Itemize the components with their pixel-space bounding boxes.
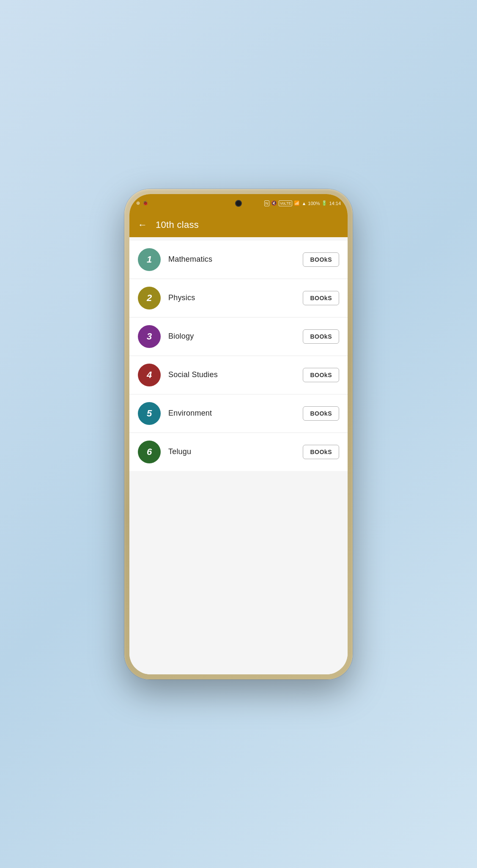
phone-screen: ⊕ 🐞 N 🔇 VoLTE 📶 ▲ 100% 🔋 14:14 <box>129 194 348 674</box>
badge-number-2: 2 <box>147 293 152 304</box>
subject-name-3: Biology <box>168 332 295 341</box>
back-button[interactable]: ← <box>138 220 147 230</box>
list-item[interactable]: 5 Environment BOOkS <box>129 394 348 433</box>
wifi-signal-icon: 📶 <box>294 200 300 206</box>
status-left-icons: ⊕ 🐞 <box>136 200 148 206</box>
badge-number-1: 1 <box>147 254 152 265</box>
camera-dot <box>235 200 242 207</box>
battery-icon: 🔋 <box>321 200 327 206</box>
status-bar: ⊕ 🐞 N 🔇 VoLTE 📶 ▲ 100% 🔋 14:14 <box>129 194 348 213</box>
subject-badge-1: 1 <box>138 248 161 271</box>
page-title: 10th class <box>156 219 199 230</box>
wifi-icon: ⊕ <box>136 200 140 206</box>
time-display: 14:14 <box>329 201 341 206</box>
badge-number-4: 4 <box>147 370 152 381</box>
subject-badge-6: 6 <box>138 441 161 463</box>
list-item[interactable]: 4 Social Studies BOOkS <box>129 356 348 394</box>
nfc-icon: N <box>264 200 270 206</box>
subject-name-1: Mathematics <box>168 255 295 264</box>
subject-badge-5: 5 <box>138 402 161 425</box>
books-button-5[interactable]: BOOkS <box>303 406 339 421</box>
badge-number-5: 5 <box>147 408 152 419</box>
subject-name-5: Environment <box>168 409 295 418</box>
subject-name-2: Physics <box>168 293 295 302</box>
phone-device: ⊕ 🐞 N 🔇 VoLTE 📶 ▲ 100% 🔋 14:14 <box>124 189 353 679</box>
subject-name-6: Telugu <box>168 447 295 456</box>
list-item[interactable]: 6 Telugu BOOkS <box>129 433 348 471</box>
bug-icon: 🐞 <box>143 200 148 206</box>
list-item[interactable]: 2 Physics BOOkS <box>129 279 348 318</box>
status-right-icons: N 🔇 VoLTE 📶 ▲ 100% 🔋 14:14 <box>264 200 341 206</box>
mute-icon: 🔇 <box>271 200 277 206</box>
books-button-4[interactable]: BOOkS <box>303 368 339 382</box>
books-button-1[interactable]: BOOkS <box>303 252 339 267</box>
subject-badge-4: 4 <box>138 364 161 386</box>
list-item[interactable]: 1 Mathematics BOOkS <box>129 241 348 279</box>
badge-number-3: 3 <box>147 331 152 342</box>
app-bar: ← 10th class <box>129 213 348 237</box>
subjects-content: 1 Mathematics BOOkS 2 Physics BOOkS <box>129 237 348 674</box>
subject-badge-2: 2 <box>138 287 161 309</box>
books-button-3[interactable]: BOOkS <box>303 329 339 344</box>
books-button-2[interactable]: BOOkS <box>303 291 339 305</box>
subject-name-4: Social Studies <box>168 370 295 379</box>
subject-list: 1 Mathematics BOOkS 2 Physics BOOkS <box>129 241 348 471</box>
badge-number-6: 6 <box>147 446 152 457</box>
subject-badge-3: 3 <box>138 325 161 348</box>
signal-bars-icon: ▲ <box>302 201 306 206</box>
volte-icon: VoLTE <box>279 200 292 206</box>
battery-level: 100% <box>308 201 320 206</box>
list-item[interactable]: 3 Biology BOOkS <box>129 318 348 356</box>
camera-area <box>235 200 242 207</box>
books-button-6[interactable]: BOOkS <box>303 445 339 459</box>
